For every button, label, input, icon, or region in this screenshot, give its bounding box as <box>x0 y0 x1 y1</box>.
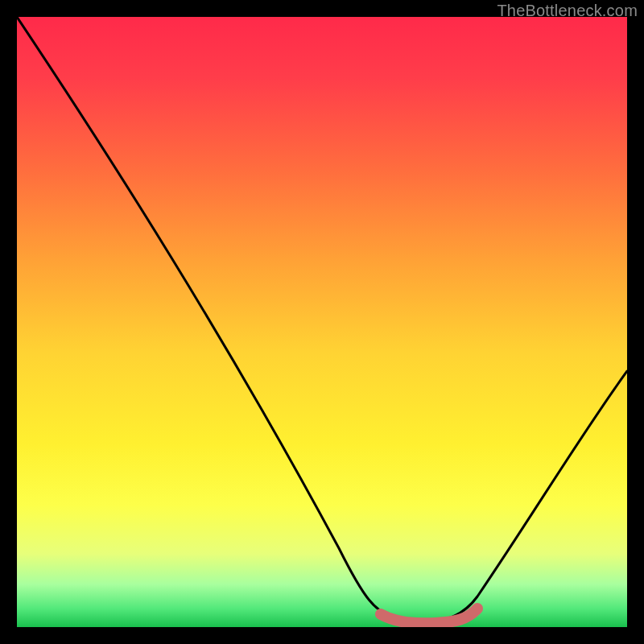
watermark-text: TheBottleneck.com <box>497 2 638 20</box>
chart-area <box>17 17 627 627</box>
bottleneck-curve <box>17 17 627 627</box>
curve-path <box>17 17 627 621</box>
